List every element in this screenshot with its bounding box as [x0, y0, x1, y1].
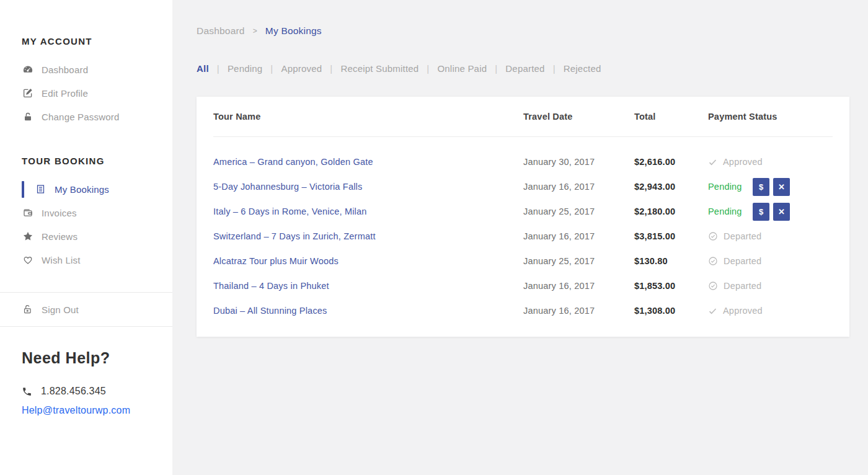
- status-badge: Departed: [724, 231, 761, 241]
- tab-approved[interactable]: Approved: [281, 63, 322, 74]
- travel-date: January 16, 2017: [523, 306, 634, 316]
- unlock-icon: [22, 304, 33, 315]
- tab-departed[interactable]: Departed: [505, 63, 544, 74]
- travel-date: January 16, 2017: [523, 281, 634, 291]
- sidebar-item-label: Sign Out: [42, 304, 79, 315]
- phone-icon: [22, 386, 33, 397]
- status-badge: Approved: [723, 157, 763, 167]
- check-icon: [708, 306, 717, 316]
- status-filter-tabs: All | Pending | Approved | Receipt Submi…: [197, 63, 849, 74]
- column-header-tour-name: Tour Name: [213, 112, 523, 122]
- tab-pending[interactable]: Pending: [228, 63, 262, 74]
- column-header-travel-date: Travel Date: [523, 112, 634, 122]
- sidebar-item-label: Invoices: [42, 208, 77, 218]
- cancel-button[interactable]: ✕: [773, 203, 790, 221]
- table-row: America – Grand canyon, Golden Gate Janu…: [197, 149, 849, 174]
- tab-separator: |: [495, 63, 497, 74]
- travel-date: January 25, 2017: [523, 206, 634, 216]
- pay-button[interactable]: $: [753, 203, 769, 221]
- table-row: Italy – 6 Days in Rome, Venice, Milan Ja…: [197, 199, 849, 224]
- sidebar-item-sign-out[interactable]: Sign Out: [22, 293, 161, 326]
- status-badge: Departed: [724, 281, 761, 291]
- sidebar-item-invoices[interactable]: Invoices: [22, 201, 161, 224]
- section-title-my-account: MY ACCOUNT: [22, 0, 161, 47]
- total-amount: $1,308.00: [634, 306, 708, 316]
- breadcrumb: Dashboard > My Bookings: [197, 25, 849, 37]
- sidebar-item-wish-list[interactable]: Wish List: [22, 248, 161, 272]
- travel-date: January 25, 2017: [523, 256, 634, 266]
- tour-name-link[interactable]: America – Grand canyon, Golden Gate: [213, 157, 523, 167]
- tour-name-link[interactable]: Dubai – All Stunning Places: [213, 306, 523, 316]
- tab-separator: |: [217, 63, 219, 74]
- tab-all[interactable]: All: [197, 63, 209, 74]
- tour-name-link[interactable]: Thailand – 4 Days in Phuket: [213, 281, 523, 291]
- bookings-table-card: Tour Name Travel Date Total Payment Stat…: [197, 97, 849, 337]
- breadcrumb-dashboard[interactable]: Dashboard: [197, 25, 245, 37]
- tab-rejected[interactable]: Rejected: [564, 63, 601, 74]
- sidebar-item-my-bookings[interactable]: My Bookings: [22, 177, 161, 201]
- chevron-right-icon: >: [253, 27, 257, 35]
- total-amount: $1,853.00: [634, 281, 708, 291]
- travel-date: January 16, 2017: [523, 182, 634, 192]
- tour-name-link[interactable]: Alcatraz Tour plus Muir Woods: [213, 256, 523, 266]
- tab-separator: |: [330, 63, 332, 74]
- table-row: Alcatraz Tour plus Muir Woods January 25…: [197, 249, 849, 273]
- table-row: 5-Day Johannesburg – Victoria Falls Janu…: [197, 174, 849, 199]
- breadcrumb-my-bookings: My Bookings: [265, 25, 322, 37]
- total-amount: $2,180.00: [634, 206, 708, 216]
- tab-online-paid[interactable]: Online Paid: [437, 63, 487, 74]
- status-badge: Approved: [723, 306, 763, 316]
- need-help-title: Need Help?: [22, 349, 172, 367]
- cancel-button[interactable]: ✕: [773, 178, 790, 196]
- main-content: Dashboard > My Bookings All | Pending | …: [172, 0, 868, 475]
- table-row: Thailand – 4 Days in Phuket January 16, …: [197, 273, 849, 298]
- table-row: Dubai – All Stunning Places January 16, …: [197, 298, 849, 323]
- check-circle-icon: [708, 281, 718, 291]
- total-amount: $130.80: [634, 256, 708, 266]
- help-phone: 1.828.456.345: [41, 386, 106, 397]
- sidebar-item-label: Dashboard: [42, 64, 88, 75]
- tab-separator: |: [270, 63, 273, 74]
- heart-icon: [22, 255, 33, 265]
- tour-name-link[interactable]: Switzerland – 7 Days in Zurich, Zermatt: [213, 231, 523, 241]
- sidebar-item-label: My Bookings: [55, 184, 109, 195]
- tab-separator: |: [427, 63, 429, 74]
- bookings-icon: [35, 184, 46, 195]
- sidebar-item-label: Change Password: [42, 112, 120, 122]
- travel-date: January 16, 2017: [523, 231, 634, 241]
- sidebar-item-edit-profile[interactable]: Edit Profile: [22, 81, 161, 105]
- check-circle-icon: [708, 256, 718, 266]
- sidebar-item-reviews[interactable]: Reviews: [22, 224, 161, 248]
- status-badge: Pending: [708, 182, 748, 192]
- table-row: Switzerland – 7 Days in Zurich, Zermatt …: [197, 224, 849, 249]
- tour-name-link[interactable]: 5-Day Johannesburg – Victoria Falls: [213, 182, 523, 192]
- tab-receipt-submitted[interactable]: Receipt Submitted: [340, 63, 418, 74]
- edit-icon: [22, 87, 33, 99]
- help-email-link[interactable]: Help@traveltourwp.com: [22, 405, 130, 416]
- total-amount: $2,616.00: [634, 157, 708, 167]
- sidebar-item-dashboard[interactable]: Dashboard: [22, 58, 161, 81]
- status-badge: Departed: [724, 256, 761, 266]
- invoices-icon: [22, 207, 33, 218]
- dashboard-icon: [22, 64, 33, 75]
- column-header-total: Total: [634, 112, 708, 122]
- tab-separator: |: [553, 63, 556, 74]
- check-circle-icon: [708, 231, 718, 241]
- active-indicator-bar: [22, 181, 24, 198]
- sidebar-item-label: Edit Profile: [42, 88, 88, 99]
- tour-name-link[interactable]: Italy – 6 Days in Rome, Venice, Milan: [213, 206, 523, 216]
- column-header-payment-status: Payment Status: [708, 112, 833, 122]
- sidebar-item-label: Wish List: [42, 255, 81, 265]
- sidebar-item-change-password[interactable]: Change Password: [22, 105, 161, 128]
- total-amount: $3,815.00: [634, 231, 708, 241]
- check-icon: [708, 158, 717, 167]
- section-title-tour-booking: TOUR BOOKING: [22, 128, 161, 166]
- total-amount: $2,943.00: [634, 182, 708, 192]
- table-header-row: Tour Name Travel Date Total Payment Stat…: [197, 97, 849, 136]
- status-badge: Pending: [708, 206, 748, 216]
- sidebar-item-label: Reviews: [42, 231, 78, 242]
- pay-button[interactable]: $: [753, 178, 769, 196]
- travel-date: January 30, 2017: [523, 157, 634, 167]
- sidebar: MY ACCOUNT Dashboard Edit Profile Change…: [0, 0, 172, 475]
- star-icon: [22, 231, 33, 242]
